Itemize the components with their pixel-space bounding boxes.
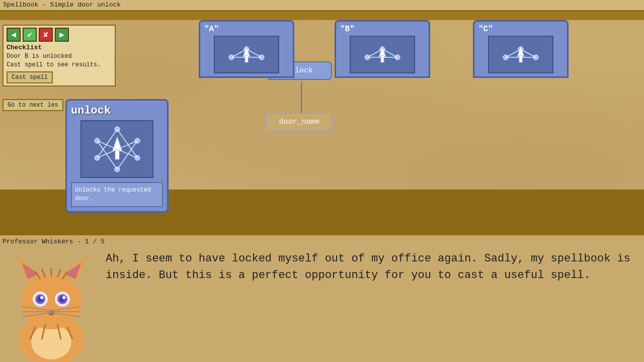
checklist-nav: ◀ ✔ ✘ ▶: [7, 28, 112, 42]
door-card-b-title: "B": [340, 25, 425, 34]
door-card-a-image: [214, 36, 279, 73]
spell-card-description: Unlocks the requested door.: [71, 182, 163, 207]
door-card-b-image: [350, 36, 415, 73]
game-area: ◀ ✔ ✘ ▶ Checklist Door B is unlocked Cas…: [0, 11, 644, 245]
door-card-c-graphic: [491, 38, 551, 71]
svg-point-40: [21, 274, 82, 329]
checklist-panel: ◀ ✔ ✘ ▶ Checklist Door B is unlocked Cas…: [3, 25, 116, 86]
door-card-a-title: "A": [204, 25, 289, 34]
go-next-button[interactable]: Go to next les: [3, 99, 63, 111]
nav-prev-button[interactable]: ◀: [7, 28, 21, 42]
connector-line-1: [301, 82, 302, 113]
nav-check-button[interactable]: ✔: [23, 28, 37, 42]
door-card-c-image: [488, 36, 553, 73]
dialogue-area: Professor Whiskers - 1 / 5: [0, 234, 644, 362]
svg-rect-37: [519, 55, 522, 62]
door-card-a[interactable]: "A": [199, 20, 294, 78]
checklist-title: Checklist: [7, 44, 112, 51]
svg-point-39: [31, 324, 71, 359]
cast-spell-button[interactable]: Cast spell: [7, 71, 53, 83]
svg-rect-29: [381, 55, 384, 62]
spell-card-title: unlock: [71, 105, 163, 117]
spell-tree: unlock door_name: [226, 61, 579, 187]
nav-x-button[interactable]: ✘: [39, 28, 53, 42]
professor-label: Professor Whiskers - 1 / 5: [3, 238, 105, 245]
svg-point-57: [62, 296, 65, 299]
window-title: Spellbook - Simple door unlock: [3, 1, 121, 9]
checklist-instruction: Cast spell to see results.: [7, 61, 112, 68]
checklist-status: Door B is unlocked: [7, 53, 112, 60]
title-bar: Spellbook - Simple door unlock: [0, 0, 644, 11]
svg-rect-13: [115, 149, 119, 159]
spell-card-graphic: [85, 122, 150, 177]
door-card-b[interactable]: "B": [335, 20, 430, 78]
cat-avatar-graphic: [8, 246, 96, 362]
svg-rect-21: [245, 55, 248, 62]
nav-next-button[interactable]: ▶: [55, 28, 69, 42]
spell-card-image: [80, 120, 153, 178]
cat-avatar: [8, 246, 96, 362]
floor-surface: [0, 11, 644, 20]
door-card-c[interactable]: "C": [473, 20, 569, 78]
door-card-c-title: "C": [478, 25, 563, 34]
door-card-a-graphic: [216, 38, 277, 71]
dialogue-text: Ah, I seem to have locked myself out of …: [106, 250, 639, 284]
spell-node-door-name[interactable]: door_name: [266, 113, 333, 131]
svg-point-56: [40, 296, 43, 299]
spell-card: unlock Unloc: [65, 99, 169, 213]
door-card-b-graphic: [352, 38, 413, 71]
